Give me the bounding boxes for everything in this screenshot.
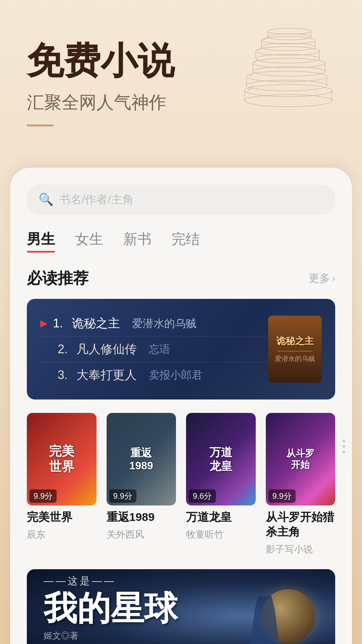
rec-author-1: 爱潜水的乌贼: [132, 318, 196, 329]
rec-author-2: 忘语: [149, 344, 170, 355]
tab-completed[interactable]: 完结: [172, 230, 200, 251]
book-item-1[interactable]: 完美世界 9.9分 完美世界 辰东: [27, 413, 97, 556]
book-item-2[interactable]: 重返1989 9.9分 重返1989 关外西风: [107, 413, 176, 556]
tab-male[interactable]: 男生: [27, 230, 55, 251]
must-read-header: 必读推荐 更多 ›: [27, 268, 335, 289]
search-bar[interactable]: 🔍 书名/作者/主角: [27, 184, 335, 215]
book-score-3: 9.6分: [189, 489, 216, 503]
book-cover-text-2: 重返1989: [126, 443, 157, 476]
rec-rank-3: 3.: [58, 369, 71, 381]
rec-rank-2: 2.: [58, 343, 71, 355]
book-title-2: 重返1989: [107, 509, 176, 524]
rec-book-cover: 诡秘之主 爱潜水的乌贼: [268, 316, 322, 383]
more-options-icon[interactable]: [343, 440, 345, 453]
dot-3: [343, 450, 345, 453]
svg-line-27: [257, 47, 262, 51]
book-score-2: 9.9分: [109, 489, 136, 503]
main-card: 🔍 书名/作者/主角 男生 女生 新书 完结 必读推荐 更多 › ▶ 1. 诡秘…: [10, 168, 352, 644]
banner-subtitle: ——这是——: [44, 574, 318, 588]
dot-1: [343, 440, 345, 442]
rec-title-1: 诡秘之主: [72, 317, 120, 329]
rec-rank-1: 1.: [53, 317, 66, 329]
tab-new[interactable]: 新书: [123, 230, 152, 251]
svg-point-15: [256, 47, 319, 55]
book-item-3[interactable]: 万道龙皇 9.6分 万道龙皇 牧童听竹: [186, 413, 256, 556]
rec-arrow-icon: ▶: [40, 319, 48, 328]
rec-item-3[interactable]: 3. 大奉打更人 卖报小郎君: [40, 362, 268, 388]
more-button[interactable]: 更多 ›: [309, 271, 335, 286]
svg-point-19: [261, 37, 315, 44]
tab-female[interactable]: 女生: [75, 230, 103, 251]
banner-content: ——这是—— 我的星球 姬文◎著 还有其他小说◎著: [27, 569, 335, 644]
book-title-4: 从斗罗开始猎杀主角: [266, 509, 336, 539]
book-grid: 完美世界 9.9分 完美世界 辰东 重返1989 9.9分 重返1989 关外西…: [27, 413, 335, 556]
book-item-4[interactable]: 从斗罗开始 9.9分 从斗罗开始猎杀主角 影子写小说: [266, 413, 336, 556]
book-score-1: 9.9分: [29, 489, 57, 503]
banner-author: 姬文◎著: [44, 630, 318, 642]
recommended-card: ▶ 1. 诡秘之主 爱潜水的乌贼 2. 凡人修仙传 忘语 3. 大奉打更人 卖报…: [27, 299, 335, 399]
svg-point-8: [253, 67, 325, 76]
banner-author-block: 姬文◎著 还有其他小说◎著: [44, 630, 318, 644]
rec-item-2[interactable]: 2. 凡人修仙传 忘语: [40, 336, 268, 362]
book-score-4: 9.9分: [268, 489, 296, 503]
must-read-title: 必读推荐: [27, 268, 88, 289]
dot-2: [343, 445, 345, 448]
svg-point-12: [256, 54, 319, 63]
rec-title-3: 大奉打更人: [76, 369, 137, 381]
rec-author-3: 卖报小郎君: [149, 370, 202, 380]
book-author-4: 影子写小说: [266, 543, 336, 556]
rec-cover-title: 诡秘之主: [276, 335, 314, 347]
search-icon: 🔍: [39, 193, 54, 207]
book-author-1: 辰东: [27, 528, 97, 541]
banner-title: 我的星球: [44, 591, 318, 625]
book-cover-text-4: 从斗罗开始: [283, 444, 318, 474]
rec-item-1[interactable]: ▶ 1. 诡秘之主 爱潜水的乌贼: [40, 311, 268, 336]
book-author-3: 牧童听竹: [186, 528, 256, 541]
book-cover-2: 重返1989 9.9分: [107, 413, 176, 505]
book-cover-text-3: 万道龙皇: [206, 442, 236, 476]
book-illustration: [235, 20, 342, 115]
rec-cover-subtitle: 爱潜水的乌贼: [275, 354, 315, 363]
book-cover-3: 万道龙皇 9.6分: [186, 413, 256, 505]
svg-point-16: [261, 43, 315, 51]
chevron-right-icon: ›: [332, 273, 335, 284]
book-cover-4: 从斗罗开始 9.9分: [266, 413, 336, 505]
tab-bar: 男生 女生 新书 完结: [27, 230, 335, 251]
book-title-1: 完美世界: [27, 509, 97, 524]
svg-point-23: [267, 28, 311, 34]
more-label: 更多: [309, 271, 330, 286]
rec-title-2: 凡人修仙传: [76, 343, 137, 355]
book-author-2: 关外西风: [107, 528, 176, 541]
book-cover-1: 完美世界 9.9分: [27, 413, 97, 505]
rec-list: ▶ 1. 诡秘之主 爱潜水的乌贼 2. 凡人修仙传 忘语 3. 大奉打更人 卖报…: [40, 311, 268, 388]
book-title-3: 万道龙皇: [186, 509, 256, 524]
banner-card[interactable]: ——这是—— 我的星球 姬文◎著 还有其他小说◎著: [27, 569, 335, 644]
search-input[interactable]: 书名/作者/主角: [59, 192, 134, 207]
hero-section: 免费小说 汇聚全网人气神作: [0, 0, 362, 161]
book-cover-text-1: 完美世界: [46, 440, 78, 478]
hero-divider: [27, 124, 54, 126]
